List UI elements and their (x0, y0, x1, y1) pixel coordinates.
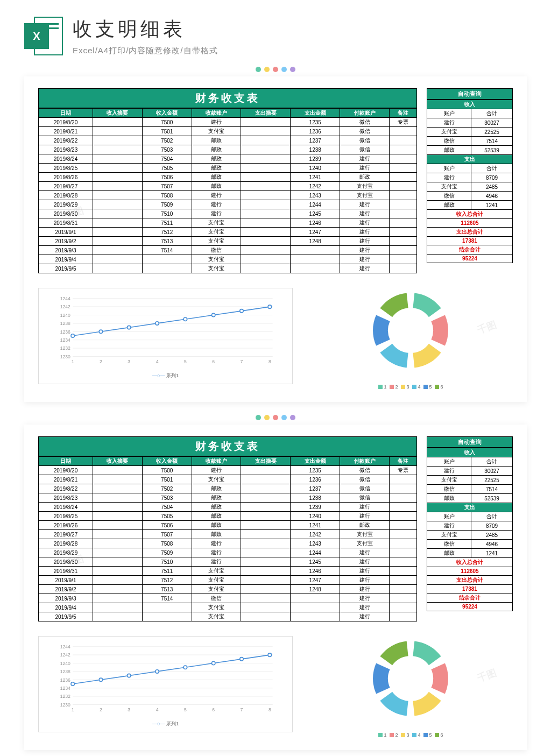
cell: 1237 (291, 484, 340, 493)
cell: 1246 (291, 218, 340, 228)
svg-text:3: 3 (128, 707, 130, 712)
main-table: 日期收入摘要收入金额收款账户支出摘要支出金额付款账户备注2019/8/20750… (38, 456, 417, 621)
cell (93, 228, 143, 237)
svg-text:1232: 1232 (60, 694, 70, 699)
cell (93, 484, 143, 493)
cell: 建行 (192, 548, 241, 557)
table-row: 2019/9/27513支付宝1248建行 (39, 237, 417, 246)
cell (93, 539, 143, 548)
excel-icon: X (24, 17, 63, 55)
cell (241, 237, 291, 246)
table-row: 2019/8/307510建行1245建行 (39, 209, 417, 218)
cell (241, 603, 291, 612)
table-row: 2019/8/257505邮政1240建行 (39, 164, 417, 173)
cell (93, 521, 143, 530)
cell: 支付宝 (192, 228, 241, 237)
cell (93, 466, 143, 475)
cell: 2019/8/26 (39, 173, 93, 182)
cell: 7502 (142, 136, 192, 145)
cell: 7510 (142, 209, 192, 218)
cell: 1235 (291, 118, 340, 127)
cell: 建行 (340, 237, 390, 246)
cell: 7507 (142, 182, 192, 191)
cell: 1247 (291, 576, 340, 585)
dot (290, 415, 295, 420)
cell: 2019/8/28 (39, 539, 93, 548)
cell: 微信 (340, 136, 390, 145)
svg-point-59 (156, 670, 159, 673)
cell: 建行 (192, 539, 241, 548)
cell: 建行 (340, 585, 390, 594)
line-legend: —○— 系列1 (43, 720, 288, 727)
preview-panel-2: 财务收支表 日期收入摘要收入金额收款账户支出摘要支出金额付款账户备注2019/8… (24, 425, 527, 750)
cell (93, 264, 143, 273)
donut-legend: 123456 (309, 384, 513, 390)
cell: 7507 (142, 530, 192, 539)
cell (241, 154, 291, 164)
svg-text:1236: 1236 (60, 329, 70, 335)
cell: 支付宝 (340, 191, 390, 200)
cell (389, 246, 416, 255)
cell: 建行 (192, 466, 241, 475)
cell: 2019/8/27 (39, 530, 93, 539)
cell (142, 255, 192, 264)
svg-point-62 (240, 658, 243, 661)
svg-text:5: 5 (184, 707, 187, 712)
cell: 微信 (340, 127, 390, 136)
cell: 2019/8/29 (39, 548, 93, 557)
table-row: 2019/8/267506邮政1241邮政 (39, 173, 417, 182)
cell (389, 576, 416, 585)
cell: 1244 (291, 548, 340, 557)
svg-text:7: 7 (241, 707, 243, 712)
cell: 支付宝 (192, 603, 241, 612)
cell (93, 118, 143, 127)
table-row: 2019/8/247504邮政1239建行 (39, 154, 417, 164)
cell: 支付宝 (192, 612, 241, 621)
col-header: 支出摘要 (241, 457, 291, 466)
cell: 建行 (340, 557, 390, 567)
cell (93, 530, 143, 539)
cell (241, 539, 291, 548)
cell: 2019/8/24 (39, 154, 93, 164)
cell: 2019/8/23 (39, 493, 93, 503)
svg-text:1236: 1236 (60, 677, 70, 683)
svg-text:8: 8 (269, 359, 271, 364)
cell (389, 475, 416, 484)
cell: 建行 (340, 154, 390, 164)
cell: 2019/8/26 (39, 521, 93, 530)
cell: 1235 (291, 466, 340, 475)
svg-text:1238: 1238 (60, 669, 70, 674)
col-header: 收入摘要 (93, 109, 143, 118)
cell (241, 218, 291, 228)
cell (241, 200, 291, 209)
cell: 建行 (192, 118, 241, 127)
table-row: 2019/8/277507邮政1242支付宝 (39, 530, 417, 539)
svg-text:1242: 1242 (60, 652, 70, 658)
line-chart-svg: 1230123212341236123812401242124412345678 (43, 293, 288, 368)
cell (93, 191, 143, 200)
cell (93, 127, 143, 136)
cell: 邮政 (192, 154, 241, 164)
cell: 建行 (340, 612, 390, 621)
cell: 邮政 (192, 173, 241, 182)
cell: 支付宝 (192, 255, 241, 264)
cell: 建行 (340, 246, 390, 255)
cell: 2019/9/3 (39, 246, 93, 255)
cell: 支付宝 (192, 218, 241, 228)
cell (389, 200, 416, 209)
cell (389, 612, 416, 621)
table-title: 财务收支表 (38, 436, 417, 456)
cell: 7503 (142, 145, 192, 154)
col-header: 备注 (389, 457, 416, 466)
cell: 支付宝 (192, 127, 241, 136)
cell: 1244 (291, 200, 340, 209)
cell: 7509 (142, 548, 192, 557)
table-row: 2019/9/4支付宝建行 (39, 603, 417, 612)
dot (273, 67, 278, 72)
cell: 建行 (340, 218, 390, 228)
cell (389, 209, 416, 218)
cell: 7502 (142, 484, 192, 493)
cell (389, 493, 416, 503)
col-header: 付款账户 (340, 109, 390, 118)
svg-text:1238: 1238 (60, 321, 70, 326)
